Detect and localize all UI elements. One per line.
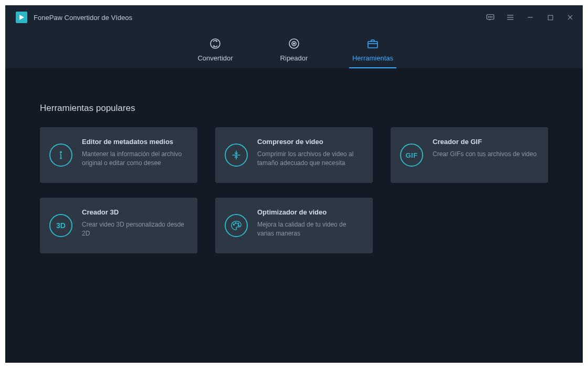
card-body: Optimizador de video Mejora la calidad d… xyxy=(257,208,363,243)
svg-point-27 xyxy=(238,225,239,226)
tab-label: Ripeador xyxy=(280,54,308,62)
tool-card-gif-maker[interactable]: GIF Creador de GIF Crear GIFs con tus ar… xyxy=(391,127,548,183)
tool-card-3d-maker[interactable]: 3D Creador 3D Crear video 3D personaliza… xyxy=(40,198,197,253)
nav-tabs: Convertidor Ripeador Herramientas xyxy=(5,29,583,68)
tab-ripeador[interactable]: Ripeador xyxy=(270,37,318,68)
info-icon xyxy=(49,144,72,167)
card-desc: Crear GIFs con tus archivos de video xyxy=(433,150,537,159)
card-body: Creador 3D Crear video 3D personalizado … xyxy=(82,208,188,243)
3d-icon-text: 3D xyxy=(56,221,66,230)
app-logo-icon xyxy=(16,12,27,23)
svg-point-2 xyxy=(488,17,489,17)
tab-herramientas[interactable]: Herramientas xyxy=(349,37,396,68)
card-desc: Crear video 3D personalizado desde 2D xyxy=(82,220,188,239)
title-left: FonePaw Convertidor de Vídeos xyxy=(16,12,132,23)
app-title: FonePaw Convertidor de Vídeos xyxy=(34,14,132,22)
svg-point-15 xyxy=(293,43,295,44)
compress-icon xyxy=(225,144,248,167)
title-bar: FonePaw Convertidor de Vídeos xyxy=(5,5,583,29)
3d-icon: 3D xyxy=(49,214,72,237)
ripper-icon xyxy=(288,37,300,50)
section-title: Herramientas populares xyxy=(40,103,548,114)
card-body: Editor de metadatos medios Mantener la i… xyxy=(82,138,188,172)
svg-rect-16 xyxy=(368,42,377,48)
card-title: Compresor de video xyxy=(257,138,363,146)
palette-icon xyxy=(225,214,248,237)
minimize-icon[interactable] xyxy=(524,11,537,24)
menu-icon[interactable] xyxy=(504,11,517,24)
card-body: Creador de GIF Crear GIFs con tus archiv… xyxy=(433,138,537,172)
close-icon[interactable] xyxy=(564,11,576,24)
tool-card-video-compressor[interactable]: Compresor de video Comprimir los archivo… xyxy=(215,127,373,183)
tab-label: Convertidor xyxy=(197,54,233,62)
svg-marker-0 xyxy=(19,15,24,20)
card-body: Compresor de video Comprimir los archivo… xyxy=(257,138,363,172)
feedback-icon[interactable] xyxy=(484,11,497,24)
card-desc: Mejora la calidad de tu video de varias … xyxy=(257,220,363,239)
app-window: FonePaw Convertidor de Vídeos xyxy=(5,5,583,363)
gif-icon: GIF xyxy=(400,144,423,167)
tool-card-video-optimizer[interactable]: Optimizador de video Mejora la calidad d… xyxy=(215,198,373,253)
svg-point-3 xyxy=(490,17,490,17)
tools-icon xyxy=(366,37,379,50)
card-desc: Mantener la información del archivo orig… xyxy=(82,150,188,168)
tab-label: Herramientas xyxy=(352,54,393,62)
svg-rect-9 xyxy=(548,15,553,20)
svg-point-17 xyxy=(60,151,61,152)
card-desc: Comprimir los archivos de video al tamañ… xyxy=(257,150,363,168)
convert-icon xyxy=(209,37,222,50)
tab-convertidor[interactable]: Convertidor xyxy=(192,37,239,68)
tool-card-metadata-editor[interactable]: Editor de metadatos medios Mantener la i… xyxy=(40,127,197,183)
card-title: Creador de GIF xyxy=(433,138,537,146)
window-controls xyxy=(484,11,576,24)
gif-icon-text: GIF xyxy=(405,151,417,159)
card-title: Optimizador de video xyxy=(257,208,363,216)
svg-point-4 xyxy=(491,17,492,17)
svg-point-25 xyxy=(235,222,236,223)
maximize-icon[interactable] xyxy=(544,11,556,24)
tools-grid: Editor de metadatos medios Mantener la i… xyxy=(40,127,548,253)
svg-point-24 xyxy=(233,224,234,225)
svg-point-26 xyxy=(238,223,239,224)
card-title: Creador 3D xyxy=(82,208,188,216)
card-title: Editor de metadatos medios xyxy=(82,138,188,146)
main-content: Herramientas populares Editor de metadat… xyxy=(5,68,583,363)
